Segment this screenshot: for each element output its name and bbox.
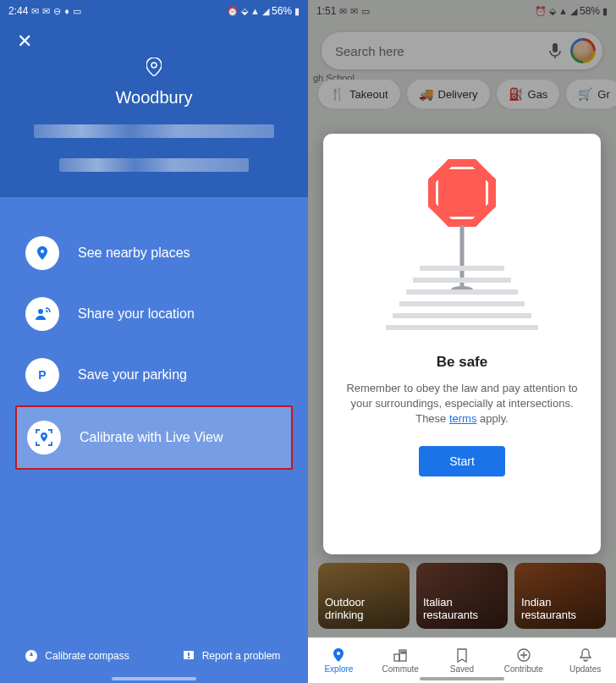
redacted-address-line <box>34 124 274 138</box>
save-parking-row[interactable]: P Save your parking <box>0 344 308 405</box>
wifi-icon: ▲ <box>250 6 260 16</box>
battery-pct: 56% <box>272 5 292 17</box>
svg-rect-9 <box>401 652 403 653</box>
actions-list: See nearby places Share your location P … <box>0 197 308 470</box>
nav-label: Explore <box>324 664 353 674</box>
left-screen: 2:44 ✉ ✉ ⊖ ♦ ▭ ⏰ ⬙ ▲ ◢ 56% ▮ ✕ Woodbury <box>0 0 308 683</box>
action-label: Share your location <box>78 306 195 322</box>
svg-rect-7 <box>394 654 399 661</box>
nav-label: Contribute <box>504 664 543 674</box>
location-icon: ⬙ <box>241 6 248 17</box>
svg-text:P: P <box>38 368 46 382</box>
close-icon[interactable]: ✕ <box>17 22 291 52</box>
action-label: Calibrate with Live View <box>80 430 223 445</box>
report-icon <box>182 649 195 663</box>
popup-body-text: apply. <box>476 412 508 425</box>
redacted-coords-line <box>59 158 249 172</box>
share-location-row[interactable]: Share your location <box>0 284 308 344</box>
nav-label: Updates <box>569 664 601 674</box>
card-indian[interactable]: Indian restaurants <box>514 563 606 629</box>
action-label: Save your parking <box>78 367 187 383</box>
popup-title: Be safe <box>437 354 487 371</box>
alarm-icon: ⏰ <box>227 6 239 17</box>
bulb-icon: ♦ <box>64 6 69 16</box>
commute-icon <box>393 647 408 663</box>
be-safe-popup: Be safe Remember to obey the law and pay… <box>323 134 601 554</box>
pin-outline-icon <box>146 58 162 76</box>
footer-label: Report a problem <box>202 650 281 662</box>
compass-icon <box>25 649 38 663</box>
signal-icon: ◢ <box>262 6 269 17</box>
contribute-icon <box>516 647 531 663</box>
nav-updates[interactable]: Updates <box>554 638 616 683</box>
calibrate-compass-button[interactable]: Calibrate compass <box>0 636 154 676</box>
see-nearby-row[interactable]: See nearby places <box>0 223 308 284</box>
bottom-nav: Explore Commute Saved Contribute Updates <box>308 637 616 683</box>
status-bar: 2:44 ✉ ✉ ⊖ ♦ ▭ ⏰ ⬙ ▲ ◢ 56% ▮ <box>0 0 308 22</box>
gmail-icon: ✉ <box>42 6 50 17</box>
nav-explore[interactable]: Explore <box>308 638 370 683</box>
svg-rect-4 <box>188 653 190 656</box>
calibrate-live-view-row[interactable]: Calibrate with Live View <box>15 405 293 470</box>
nav-label: Commute <box>382 664 419 674</box>
share-person-icon <box>25 297 59 331</box>
footer-label: Calibrate compass <box>45 650 129 662</box>
bell-icon <box>578 647 593 663</box>
nav-label: Saved <box>450 664 474 674</box>
status-time: 2:44 <box>8 5 28 17</box>
gmail-icon: ✉ <box>31 6 39 17</box>
liveview-icon <box>27 421 61 454</box>
svg-rect-5 <box>188 657 190 658</box>
card-label: Outdoor drinking <box>325 596 403 622</box>
card-label: Italian restaurants <box>423 596 501 622</box>
saved-icon <box>454 647 470 663</box>
svg-point-0 <box>38 309 43 314</box>
terms-link[interactable]: terms <box>449 412 477 425</box>
nearby-pin-icon <box>25 236 59 270</box>
card-label: Indian restaurants <box>521 596 599 622</box>
svg-rect-10 <box>404 652 405 653</box>
battery-icon: ▮ <box>294 6 300 17</box>
image-icon: ▭ <box>73 6 81 17</box>
action-label: See nearby places <box>78 245 190 261</box>
report-problem-button[interactable]: Report a problem <box>154 636 308 676</box>
card-outdoor-drinking[interactable]: Outdoor drinking <box>318 563 410 629</box>
stop-sign-illustration <box>386 159 538 337</box>
nav-handle[interactable] <box>112 677 196 680</box>
nav-handle[interactable] <box>420 677 504 680</box>
start-button[interactable]: Start <box>419 446 505 476</box>
suggestion-carousel[interactable]: Outdoor drinking Italian restaurants Ind… <box>318 563 616 629</box>
popup-body: Remember to obey the law and pay attenti… <box>344 381 580 427</box>
location-title: Woodbury <box>17 88 291 107</box>
card-italian[interactable]: Italian restaurants <box>416 563 508 629</box>
right-screen: 1:51 ✉ ✉ ▭ ⏰ ⬙ ▲ ◢ 58% ▮ gh School 🍴 Tak… <box>308 0 616 683</box>
dnd-icon: ⊖ <box>53 6 61 17</box>
parking-icon: P <box>25 358 59 392</box>
footer-actions: Calibrate compass Report a problem <box>0 636 308 676</box>
explore-pin-icon <box>331 647 346 663</box>
blue-dot-header: ✕ Woodbury <box>0 22 308 197</box>
